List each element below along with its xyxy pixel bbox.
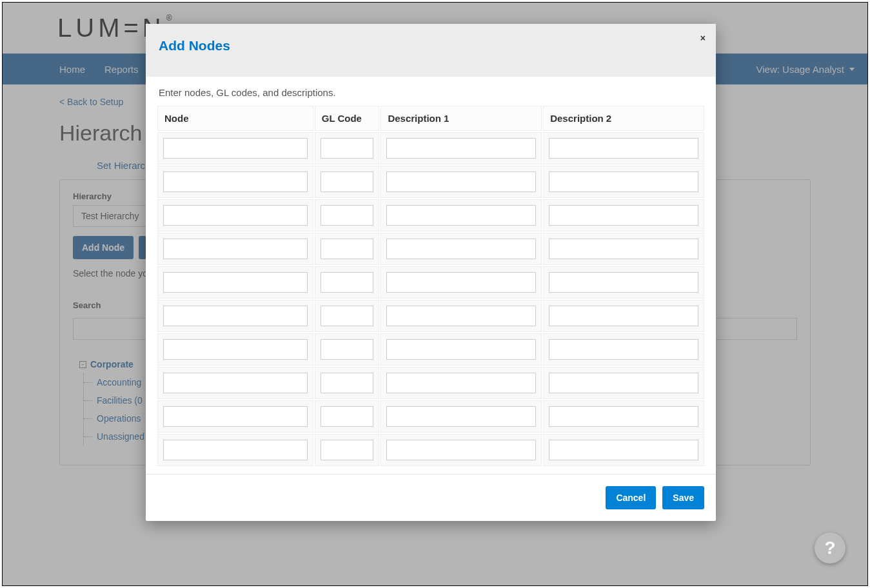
cell-gl [315,333,380,366]
gl-input[interactable] [321,138,374,159]
d2-input[interactable] [549,272,698,293]
cell-node [157,333,313,366]
cell-d1 [381,166,542,198]
help-icon[interactable]: ? [815,533,845,564]
cell-node [157,266,313,299]
cell-node [157,434,313,466]
gl-input[interactable] [321,205,374,226]
table-row [157,400,704,433]
cell-d1 [381,266,542,299]
table-row [157,266,704,299]
node-input[interactable] [163,406,308,427]
cell-d2 [543,367,704,399]
d2-input[interactable] [549,406,698,427]
d2-input[interactable] [549,339,698,360]
d2-input[interactable] [549,239,698,259]
cell-d2 [543,199,704,231]
gl-input[interactable] [321,339,374,360]
cell-gl [315,434,380,466]
node-input[interactable] [163,205,308,226]
gl-input[interactable] [321,440,374,460]
col-d2-header: Description 2 [543,106,704,131]
cell-gl [315,132,380,164]
cell-d1 [381,199,542,231]
d1-input[interactable] [386,406,536,427]
cell-d1 [381,367,542,399]
table-row [157,233,704,265]
cell-gl [315,199,380,231]
modal-hint: Enter nodes, GL codes, and descriptions. [159,87,706,98]
node-input[interactable] [163,138,308,159]
d1-input[interactable] [386,440,536,460]
d1-input[interactable] [386,239,536,259]
cell-node [157,367,313,399]
cell-gl [315,400,380,433]
modal-header: × Add Nodes [146,24,716,77]
modal-title: Add Nodes [159,38,703,54]
d2-input[interactable] [549,373,698,393]
d1-input[interactable] [386,272,536,293]
gl-input[interactable] [321,406,374,427]
cell-gl [315,266,380,299]
cell-gl [315,300,380,332]
gl-input[interactable] [321,373,374,393]
cell-gl [315,367,380,399]
nodes-table: Node GL Code Description 1 Description 2 [156,104,706,467]
node-input[interactable] [163,239,308,259]
node-input[interactable] [163,440,308,460]
close-icon[interactable]: × [700,33,706,43]
node-input[interactable] [163,272,308,293]
col-node-header: Node [157,106,313,131]
cell-node [157,166,313,198]
node-input[interactable] [163,339,308,360]
table-row [157,199,704,231]
table-row [157,367,704,399]
cell-d2 [543,333,704,366]
modal-body: Enter nodes, GL codes, and descriptions.… [146,77,716,474]
cell-d2 [543,166,704,198]
table-row [157,132,704,164]
gl-input[interactable] [321,239,374,259]
modal-footer: Cancel Save [146,474,716,521]
cell-d1 [381,400,542,433]
d1-input[interactable] [386,339,536,360]
d1-input[interactable] [386,373,536,393]
d2-input[interactable] [549,440,698,460]
table-row [157,434,704,466]
node-input[interactable] [163,373,308,393]
cell-d1 [381,333,542,366]
col-d1-header: Description 1 [381,106,542,131]
node-input[interactable] [163,172,308,192]
cell-node [157,400,313,433]
cell-d2 [543,400,704,433]
gl-input[interactable] [321,272,374,293]
cell-d2 [543,300,704,332]
col-gl-header: GL Code [315,106,380,131]
cell-d1 [381,300,542,332]
cell-d1 [381,434,542,466]
d2-input[interactable] [549,306,698,326]
table-row [157,300,704,332]
save-button[interactable]: Save [662,486,704,509]
d1-input[interactable] [386,205,536,226]
node-input[interactable] [163,306,308,326]
d1-input[interactable] [386,138,536,159]
cell-d2 [543,233,704,265]
cancel-button[interactable]: Cancel [606,486,656,509]
cell-gl [315,233,380,265]
d1-input[interactable] [386,306,536,326]
d2-input[interactable] [549,172,698,192]
cell-d2 [543,132,704,164]
gl-input[interactable] [321,306,374,326]
d1-input[interactable] [386,172,536,192]
cell-node [157,233,313,265]
d2-input[interactable] [549,138,698,159]
add-nodes-modal: × Add Nodes Enter nodes, GL codes, and d… [146,24,716,521]
cell-node [157,300,313,332]
gl-input[interactable] [321,172,374,192]
table-row [157,333,704,366]
d2-input[interactable] [549,205,698,226]
table-row [157,166,704,198]
cell-d2 [543,434,704,466]
cell-d1 [381,233,542,265]
